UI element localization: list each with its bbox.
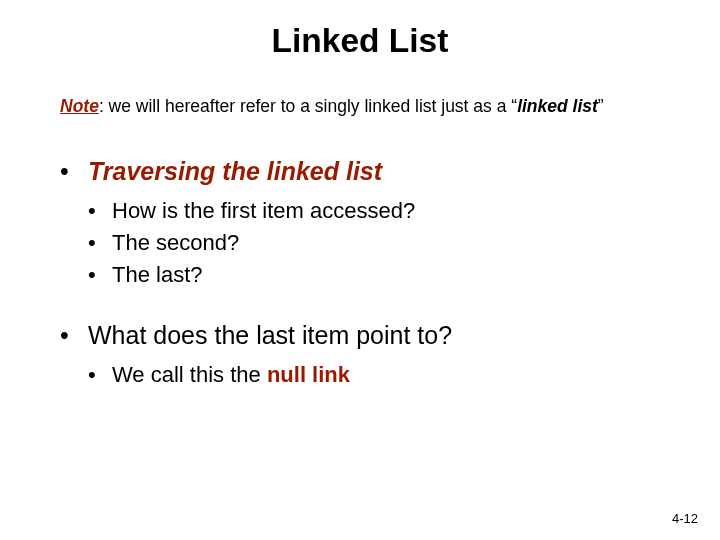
note-emphasis: linked list	[517, 96, 598, 116]
sub-bullet-text: How is the first item accessed?	[112, 196, 415, 226]
sub-bullet-text: The second?	[112, 228, 239, 258]
slide-content: Note: we will hereafter refer to a singl…	[0, 93, 720, 390]
sub-bullet-prefix: We call this the	[112, 362, 267, 387]
bullet-dot-icon: •	[88, 260, 112, 290]
sub-bullet-text: We call this the null link	[112, 360, 350, 390]
sub-bullet-text: The last?	[112, 260, 203, 290]
sub-bullet-group: • We call this the null link	[60, 360, 660, 390]
bullet-level2: • The last?	[88, 260, 660, 290]
bullet-dot-icon: •	[60, 319, 88, 351]
bullet-dot-icon: •	[88, 196, 112, 226]
bullet-text: What does the last item point to?	[88, 319, 452, 351]
null-link-emphasis: null link	[267, 362, 350, 387]
slide-title: Linked List	[0, 22, 720, 60]
sub-bullet-group: • How is the first item accessed? • The …	[60, 196, 660, 289]
bullet-dot-icon: •	[88, 228, 112, 258]
bullet-dot-icon: •	[60, 155, 88, 187]
bullet-level1: • What does the last item point to?	[60, 319, 660, 351]
note-text-prefix: : we will hereafter refer to a singly li…	[99, 96, 517, 116]
bullet-level2: • The second?	[88, 228, 660, 258]
bullet-level2: • How is the first item accessed?	[88, 196, 660, 226]
bullet-level1: • Traversing the linked list	[60, 155, 660, 187]
bullet-level2: • We call this the null link	[88, 360, 660, 390]
note-line: Note: we will hereafter refer to a singl…	[60, 93, 660, 119]
bullet-dot-icon: •	[88, 360, 112, 390]
bullet-text: Traversing the linked list	[88, 155, 382, 187]
note-text-suffix: ”	[598, 96, 604, 116]
slide-number: 4-12	[672, 511, 698, 526]
note-label: Note	[60, 96, 99, 116]
